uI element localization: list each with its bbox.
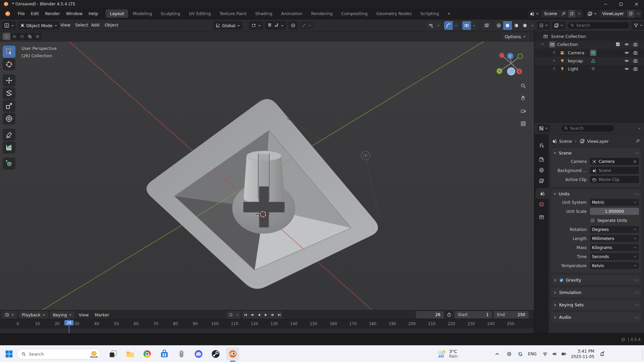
orthographic-toggle-button[interactable]	[519, 119, 528, 128]
timeline-menu-marker[interactable]: Marker	[93, 312, 111, 317]
jump-to-end-button[interactable]	[276, 311, 282, 318]
scene-unlink-button[interactable]	[576, 10, 583, 18]
battery-icon[interactable]	[559, 346, 568, 362]
tab-shading[interactable]: Shading	[251, 9, 276, 18]
previous-keyframe-button[interactable]	[249, 311, 256, 318]
tab-layout[interactable]: Layout	[106, 9, 128, 18]
navigation-gizmo[interactable]: Z Y X	[496, 47, 527, 78]
taskbar-app-taskview[interactable]	[107, 348, 119, 360]
scene-copy-button[interactable]	[568, 10, 576, 18]
pan-tool-button[interactable]	[519, 93, 528, 103]
weather-widget[interactable]: 3°C Rain	[436, 346, 458, 362]
panel-grip-icon[interactable]	[634, 303, 639, 307]
cursor-tool[interactable]	[3, 58, 15, 70]
disclosure-icon[interactable]	[552, 50, 556, 55]
disclosure-icon[interactable]	[552, 66, 556, 71]
maximize-button[interactable]	[613, 0, 629, 8]
viewlayer-copy-button[interactable]	[627, 10, 635, 18]
disclosure-icon[interactable]	[552, 58, 556, 63]
outliner-row-camera[interactable]: Camera	[534, 49, 644, 57]
tab-rendering[interactable]: Rendering	[307, 9, 337, 18]
show-desktop-button[interactable]	[642, 348, 644, 360]
field-active-clip[interactable]: Movie Clip	[590, 176, 639, 183]
viewport-menu-view[interactable]: View	[60, 22, 70, 27]
dropdown-rotation[interactable]: Degrees	[590, 226, 639, 233]
dropdown-temperature[interactable]: Kelvin	[590, 262, 639, 269]
disclosure-icon[interactable]	[540, 42, 545, 46]
xray-toggle[interactable]	[482, 21, 491, 30]
play-button[interactable]	[262, 311, 269, 318]
jump-to-start-button[interactable]	[242, 311, 249, 318]
gizmo-neg-y-ball[interactable]	[518, 54, 523, 59]
zoom-tool-button[interactable]	[519, 81, 528, 90]
rotate-tool[interactable]	[3, 87, 15, 99]
properties-search-input[interactable]	[570, 126, 611, 131]
current-frame-field[interactable]: 26	[416, 311, 444, 318]
options-dropdown[interactable]: Options	[502, 33, 529, 40]
chevron-down-icon[interactable]	[637, 126, 641, 130]
search-highlight-moon-icon[interactable]	[90, 350, 98, 358]
disable-in-renders-icon[interactable]	[633, 42, 638, 47]
dropdown-length[interactable]: Millimeters	[590, 235, 639, 242]
taskbar-app-discord[interactable]	[192, 348, 205, 360]
pin-icon[interactable]	[559, 11, 568, 16]
minimize-button[interactable]	[598, 0, 613, 8]
auto-key-dropdown[interactable]	[235, 311, 240, 318]
breadcrumb-viewlayer[interactable]: ViewLayer	[587, 139, 609, 144]
gizmo-neg-x-ball[interactable]	[499, 53, 504, 58]
next-keyframe-button[interactable]	[269, 311, 276, 318]
editor-type-button[interactable]	[2, 21, 16, 30]
properties-tab-world[interactable]	[534, 199, 549, 209]
viewport-menu-object[interactable]: Object	[105, 22, 118, 27]
transform-orientation-dropdown[interactable]: Global	[213, 21, 243, 30]
scene-browse-button[interactable]	[528, 10, 541, 18]
panel-grip-icon[interactable]	[634, 278, 639, 283]
taskbar-app-steam[interactable]	[209, 348, 222, 360]
menu-file[interactable]: File	[15, 10, 28, 17]
properties-tab-render[interactable]	[534, 154, 549, 165]
outliner-row-collection[interactable]: Collection	[534, 41, 644, 49]
menu-window[interactable]: Window	[63, 10, 86, 17]
hide-in-viewport-icon[interactable]	[624, 66, 629, 71]
shading-rendered-button[interactable]	[521, 21, 529, 30]
visibility-dropdown[interactable]	[427, 21, 441, 30]
menu-render[interactable]: Render	[42, 10, 63, 17]
panel-gravity-header[interactable]: Gravity	[553, 276, 639, 284]
disable-in-renders-icon[interactable]	[633, 58, 638, 63]
hide-in-viewport-icon[interactable]	[624, 50, 629, 55]
clear-field-icon[interactable]	[633, 160, 637, 164]
3d-viewport[interactable]: Options User Perspective (26) Collection…	[0, 32, 534, 310]
playhead-frame-badge[interactable]: 26	[64, 320, 74, 325]
volume-icon[interactable]	[550, 346, 559, 362]
frame-end-field[interactable]: End 250	[494, 311, 529, 318]
viewport-menu-select[interactable]: Select	[75, 22, 88, 27]
blender-app-menu-icon[interactable]	[3, 10, 13, 17]
properties-tab-viewlayer[interactable]	[534, 175, 549, 186]
menu-edit[interactable]: Edit	[28, 10, 42, 17]
annotate-tool[interactable]	[3, 129, 15, 141]
shading-wireframe-button[interactable]	[494, 21, 503, 30]
snapping-dropdown[interactable]	[249, 21, 263, 30]
tab-animation[interactable]: Animation	[277, 9, 307, 18]
proportional-editing-button[interactable]	[288, 21, 298, 30]
enable-checkbox-icon[interactable]	[559, 278, 564, 283]
tray-overflow-button[interactable]	[492, 346, 502, 362]
select-mode-1-button[interactable]	[3, 33, 10, 40]
taskbar-search[interactable]	[17, 349, 101, 359]
dropdown-mass[interactable]: Kilograms	[590, 244, 639, 251]
frame-start-field[interactable]: Start 1	[454, 311, 492, 318]
disable-in-renders-icon[interactable]	[633, 50, 638, 55]
select-mode-3-button[interactable]	[18, 33, 26, 40]
properties-tab-collection[interactable]	[534, 212, 549, 222]
timeline-menu-keying[interactable]: Keying	[50, 311, 75, 318]
play-reverse-button[interactable]	[256, 311, 262, 318]
mode-dropdown[interactable]: Object Mode	[18, 21, 60, 30]
taskbar-app-store[interactable]	[158, 348, 171, 360]
tab-sculpting[interactable]: Sculpting	[157, 9, 184, 18]
panel-grip-icon[interactable]	[634, 315, 639, 320]
overlays-toggle[interactable]	[462, 21, 477, 30]
properties-editor-type-button[interactable]	[537, 124, 550, 132]
taskbar-app-blender[interactable]	[226, 348, 239, 360]
snap-toggle-group[interactable]	[265, 21, 286, 30]
wifi-icon[interactable]	[541, 346, 549, 362]
